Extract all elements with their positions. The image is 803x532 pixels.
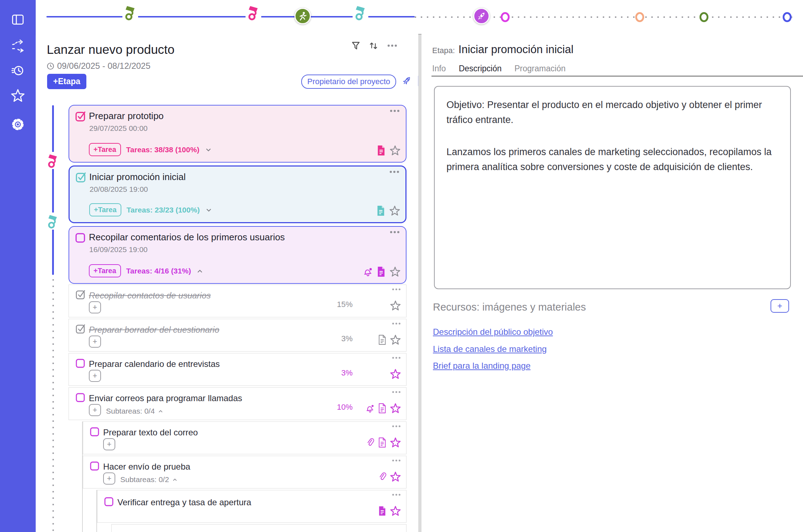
add-subtask-button[interactable]: + [89,404,101,416]
milestone-ring-blue[interactable] [783,12,792,22]
task-more-icon[interactable] [391,323,400,324]
star-icon[interactable] [390,403,401,415]
checkbox-checked-icon[interactable] [75,172,87,184]
checkbox-checked-icon[interactable] [75,111,86,123]
settings-gear-icon[interactable] [10,117,26,132]
tab-programacion[interactable]: Programación [515,64,566,77]
add-stage-button[interactable]: +Etapa [47,74,86,89]
milestone-rocket-badge[interactable] [473,8,490,24]
milestone-ring-green[interactable] [700,12,708,22]
rocket-outline-icon[interactable] [401,75,412,88]
tasks-progress-label: Tareas: 38/38 (100%) [126,145,200,154]
resource-link[interactable]: Brief para la landing page [433,361,531,371]
paperclip-icon[interactable] [378,472,387,483]
description-paragraph: Objetivo: Presentar el producto en el me… [446,97,778,127]
favorites-star-icon[interactable] [10,88,26,103]
history-clock-icon[interactable] [10,63,26,78]
milestone-pin-teal[interactable] [353,3,368,22]
bell-icon[interactable] [365,403,375,415]
description-textarea[interactable]: Objetivo: Presentar el producto en el me… [434,86,791,289]
checkbox-unchecked-icon[interactable] [75,392,86,404]
doc-icon[interactable] [378,437,387,449]
chevron-down-icon[interactable] [205,146,212,153]
star-icon[interactable] [390,505,401,518]
stage-more-icon[interactable] [388,171,399,173]
task-row[interactable]: Recopilar contactos de usuarios + 15% [69,285,406,317]
star-icon[interactable] [390,334,401,347]
add-subtask-button[interactable]: + [103,472,115,485]
task-percent: 3% [341,368,353,378]
resource-link[interactable]: Descripción del público objetivo [433,327,553,337]
stage-card[interactable]: Preparar prototipo 29/07/2025 00:00 +Tar… [69,105,406,163]
add-task-button[interactable]: +Tarea [89,143,121,156]
project-owner-chip[interactable]: Propietario del proyecto [301,75,396,89]
checkbox-unchecked-icon[interactable] [75,232,86,245]
sort-icon[interactable] [368,40,380,52]
stage-card-selected[interactable]: Iniciar promoción inicial 20/08/2025 19:… [69,165,406,223]
tab-descripcion[interactable]: Descripción [459,64,501,77]
star-icon[interactable] [389,145,401,158]
stage-more-icon[interactable] [389,231,399,233]
panel-scrollbar[interactable] [418,35,421,532]
milestone-ring-orange[interactable] [635,12,644,22]
task-more-icon[interactable] [391,494,400,496]
checkbox-checked-icon[interactable] [75,323,86,336]
checkbox-unchecked-icon[interactable] [75,358,86,370]
checkbox-checked-icon[interactable] [75,289,86,301]
task-row[interactable]: Preparar calendario de entrevistas + 3% [69,353,406,386]
add-task-button[interactable]: +Tarea [89,203,121,216]
milestone-pin-green[interactable] [122,3,138,22]
add-subtask-button[interactable]: + [89,301,101,313]
doc-icon[interactable] [378,403,387,415]
star-icon[interactable] [390,300,401,313]
star-icon[interactable] [390,437,401,450]
star-icon[interactable] [389,266,401,279]
star-icon[interactable] [389,205,400,218]
star-icon[interactable] [390,368,401,381]
filter-icon[interactable] [350,40,362,52]
stage-more-icon[interactable] [389,110,399,112]
add-subtask-button[interactable]: + [103,438,115,450]
doc-icon[interactable] [378,506,387,518]
more-options-icon[interactable] [385,40,398,52]
chevron-up-icon[interactable] [196,267,203,275]
task-more-icon[interactable] [391,391,400,393]
doc-icon[interactable] [378,334,387,347]
panel-toggle-icon[interactable] [10,12,26,27]
subtask-row[interactable]: Hacer envío de prueba + Subtareas: 0/2 [83,456,406,488]
chevron-down-icon[interactable] [205,206,212,214]
stage-detail-panel: Etapa: Iniciar promoción inicial Info De… [421,34,803,532]
subtask-row[interactable]: Preparar texto del correo + [83,421,406,454]
resource-link[interactable]: Lista de canales de marketing [433,344,547,354]
bell-icon[interactable] [362,266,373,278]
checkbox-unchecked-icon[interactable] [90,426,100,438]
doc-icon[interactable] [376,266,386,279]
task-row[interactable]: Preparar borrador del cuestionario + 3% [69,319,406,352]
paperclip-icon[interactable] [365,438,375,449]
milestone-runner-badge[interactable] [294,8,311,24]
add-task-button[interactable]: +Tarea [89,264,121,277]
task-row[interactable]: Enviar correos para programar llamadas +… [69,387,406,420]
doc-icon[interactable] [376,205,386,218]
tab-info[interactable]: Info [432,64,446,77]
milestone-pin-pink[interactable] [246,3,261,22]
checkbox-unchecked-icon[interactable] [104,496,115,508]
add-subtask-button[interactable]: + [89,336,101,348]
subtask-row[interactable]: Verificar entrega y tasa de apertura [97,490,406,523]
star-icon[interactable] [390,471,401,484]
subtasks-label[interactable]: Subtareas: 0/4 [106,407,163,415]
task-more-icon[interactable] [391,357,400,359]
task-more-icon[interactable] [391,425,400,427]
checkbox-unchecked-icon[interactable] [90,460,100,472]
stage-card[interactable]: Recopilar comentarios de los primeros us… [69,226,406,284]
add-subtask-button[interactable]: + [89,370,101,382]
subtasks-label[interactable]: Subtareas: 0/2 [120,475,178,484]
add-resource-button[interactable]: + [771,299,789,313]
task-rail-dotted-line [52,279,54,532]
task-more-icon[interactable] [391,288,400,290]
shuffle-route-icon[interactable] [10,38,26,53]
task-more-icon[interactable] [391,460,400,461]
subtask-row-partial[interactable] [111,524,406,532]
milestone-ring-magenta[interactable] [501,12,510,22]
doc-icon[interactable] [376,145,386,158]
